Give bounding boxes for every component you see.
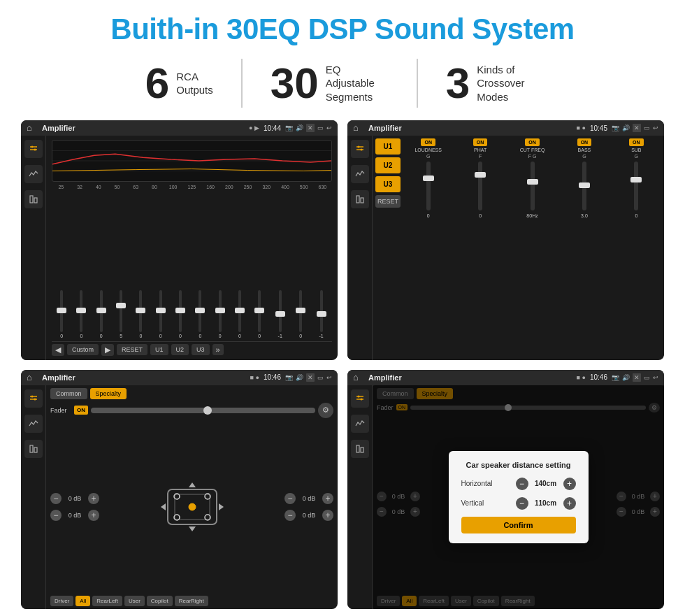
db-rl-val: 0 dB [64, 512, 85, 519]
eq-track-8[interactable] [219, 290, 222, 332]
eq-track-13[interactable] [320, 290, 323, 332]
phat-slider[interactable] [478, 162, 482, 210]
distance-sidebar-btn-3[interactable] [351, 440, 369, 458]
eq-track-6[interactable] [179, 290, 182, 332]
eq-sidebar-btn-1[interactable] [24, 140, 43, 158]
db-fr-plus[interactable]: + [322, 493, 333, 504]
crossover-home-icon[interactable]: ⌂ [353, 122, 364, 134]
crossover-sidebar-btn-3[interactable] [351, 190, 369, 208]
fader-sidebar-btn-1[interactable] [24, 389, 43, 408]
cutfreq-on-btn[interactable]: ON [525, 138, 540, 146]
eq-main-area: 25 32 40 50 63 80 100 125 160 200 250 32… [46, 136, 338, 360]
eq-u1-btn[interactable]: U1 [150, 344, 168, 355]
dialog-confirm-btn[interactable]: Confirm [461, 517, 576, 533]
db-rr-plus[interactable]: + [322, 510, 333, 521]
db-fl-plus[interactable]: + [88, 493, 99, 504]
loudness-slider[interactable] [426, 162, 431, 210]
eq-track-1[interactable] [80, 290, 82, 332]
db-rr-minus[interactable]: − [284, 510, 296, 521]
eq-track-11[interactable] [279, 290, 282, 332]
fader-content: Common Specialty Fader ON ⚙ [21, 385, 338, 610]
eq-sidebar-btn-2[interactable] [24, 165, 43, 183]
eq-reset-btn[interactable]: RESET [117, 344, 147, 355]
crossover-reset-btn[interactable]: RESET [375, 195, 401, 208]
sub-on-btn[interactable]: ON [629, 138, 644, 146]
dialog-vertical-minus[interactable]: − [516, 497, 528, 510]
svg-point-18 [34, 398, 36, 400]
db-rl-plus[interactable]: + [88, 510, 99, 521]
db-fl-minus[interactable]: − [50, 493, 62, 504]
eq-prev-btn[interactable]: ◀ [52, 344, 64, 356]
eq-track-5[interactable] [159, 290, 162, 332]
db-rl-minus[interactable]: − [50, 510, 62, 521]
screen-crossover: ⌂ Amplifier ■ ● 10:45 📷 🔊 ✕ ▭ ↩ [347, 120, 664, 360]
dialog-vertical-label: Vertical [461, 499, 516, 507]
u2-btn[interactable]: U2 [375, 157, 401, 173]
crossover-main: U1 U2 U3 RESET ON LOUDNESS G [373, 136, 664, 360]
home-icon[interactable]: ⌂ [27, 122, 38, 134]
distance-sidebar-btn-1[interactable] [351, 389, 369, 408]
svg-rect-5 [34, 198, 37, 203]
eq-track-10[interactable] [258, 290, 261, 332]
u3-btn[interactable]: U3 [375, 176, 401, 192]
fader-user-btn[interactable]: User [124, 596, 145, 606]
x-icon: ✕ [306, 124, 315, 132]
fader-on-btn[interactable]: ON [74, 406, 88, 415]
eq-track-0[interactable] [60, 290, 63, 332]
fader-sidebar-btn-2[interactable] [24, 415, 43, 433]
stats-row: 6 RCA Outputs 30 EQ Adjustable Segments … [21, 59, 664, 108]
fader-rearleft-btn[interactable]: RearLeft [92, 596, 122, 606]
distance-sidebar-btn-2[interactable] [351, 415, 369, 433]
eq-track-2[interactable] [100, 290, 103, 332]
freq-200: 200 [222, 185, 237, 189]
eq-slider-10: 0 [258, 282, 261, 338]
distance-home-icon[interactable]: ⌂ [353, 372, 364, 383]
u1-btn[interactable]: U1 [375, 138, 401, 155]
fader-all-btn[interactable]: All [75, 596, 90, 606]
eq-u2-btn[interactable]: U2 [171, 344, 189, 355]
eq-u3-btn[interactable]: U3 [192, 344, 210, 355]
bass-slider[interactable] [582, 162, 586, 210]
fader-thumb[interactable] [203, 406, 212, 415]
cutfreq-val: 80Hz [526, 213, 538, 218]
eq-track-3[interactable] [120, 290, 122, 332]
eq-custom-btn[interactable]: Custom [67, 344, 99, 355]
sub-slider[interactable] [634, 162, 638, 210]
eq-next-btn[interactable]: » [212, 344, 224, 355]
phat-on-btn[interactable]: ON [473, 138, 488, 146]
eq-track-12[interactable] [299, 290, 302, 332]
eq-graph [52, 140, 332, 182]
distance-back-icon: ↩ [653, 374, 658, 381]
window-icon: ▭ [317, 124, 324, 131]
loudness-on-btn[interactable]: ON [421, 138, 435, 146]
dialog-horizontal-minus[interactable]: − [516, 478, 528, 490]
fader-settings-btn[interactable]: ⚙ [318, 403, 333, 418]
bass-on-btn[interactable]: ON [577, 138, 592, 146]
fader-home-icon[interactable]: ⌂ [27, 372, 38, 383]
fader-tab-specialty[interactable]: Specialty [90, 388, 127, 399]
fader-driver-btn[interactable]: Driver [50, 596, 73, 606]
eq-sliders-row: 0 0 0 5 [52, 191, 332, 338]
crossover-sidebar-btn-1[interactable] [351, 140, 369, 158]
stat-number-eq: 30 [271, 62, 319, 105]
fader-copilot-btn[interactable]: Copilot [147, 596, 173, 606]
fader-sidebar-btn-3[interactable] [24, 440, 43, 458]
db-control-fr: − 0 dB + [284, 493, 333, 504]
eq-track-9[interactable] [238, 290, 241, 332]
fader-slider[interactable] [91, 408, 315, 413]
loudness-val: 0 [427, 213, 430, 218]
eq-play-btn[interactable]: ▶ [101, 344, 114, 356]
crossover-sidebar-btn-2[interactable] [351, 165, 369, 183]
dialog-horizontal-plus[interactable]: + [563, 478, 576, 490]
db-control-fl: − 0 dB + [50, 493, 99, 504]
db-fr-minus[interactable]: − [284, 493, 296, 504]
dialog-vertical-plus[interactable]: + [563, 497, 576, 510]
cutfreq-slider[interactable] [531, 162, 535, 210]
eq-track-4[interactable] [139, 290, 142, 332]
fader-rearright-btn[interactable]: RearRight [175, 596, 208, 606]
fader-row: Fader ON ⚙ [50, 403, 333, 418]
distance-cam-icon: 📷 [612, 374, 619, 381]
eq-sidebar-btn-3[interactable] [24, 190, 43, 208]
eq-track-7[interactable] [199, 290, 201, 332]
fader-tab-common[interactable]: Common [50, 388, 87, 399]
